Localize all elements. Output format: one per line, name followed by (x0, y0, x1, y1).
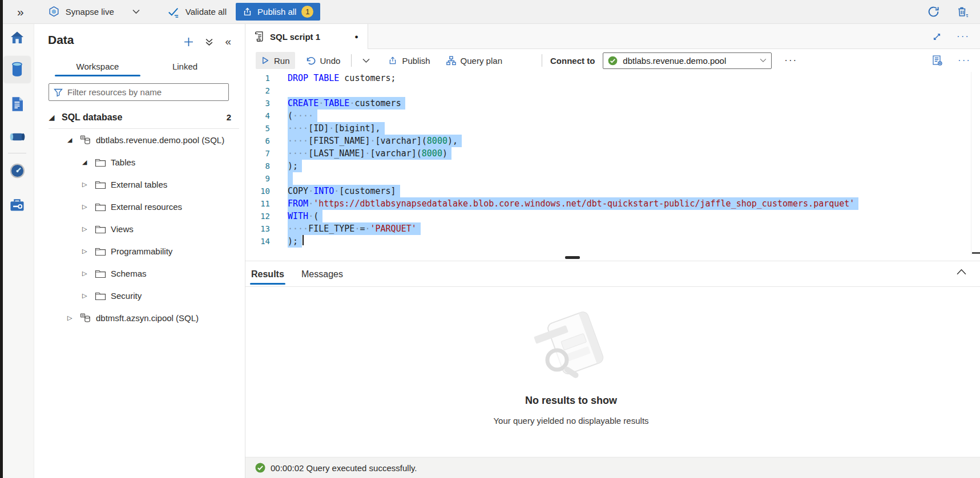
discard-all-button[interactable] (956, 5, 969, 18)
toolbar-more-button[interactable]: ··· (958, 55, 971, 66)
line-number: 11 (245, 197, 288, 210)
pool-icon (80, 135, 96, 145)
connection-name: dbtlabs.revenue.demo.pool (623, 56, 755, 66)
tree-item-dbtlabs-revenue-demo-pool-sql[interactable]: ◢dbtlabs.revenue.demo.pool (SQL) (34, 129, 245, 151)
code-line-12[interactable]: 12WITH·( (245, 210, 980, 222)
tab-messages[interactable]: Messages (301, 261, 343, 287)
collapse-caret-icon[interactable]: ◢ (67, 136, 80, 144)
collapse-caret-icon[interactable]: ◢ (82, 159, 95, 166)
line-number: 14 (245, 235, 288, 248)
code-line-4[interactable]: 4(···· (245, 110, 980, 122)
tree-item-tables[interactable]: ◢Tables (34, 151, 245, 173)
connect-more-button[interactable]: ··· (784, 55, 797, 66)
undo-button[interactable]: Undo (301, 52, 346, 69)
tab-more-button[interactable]: ··· (957, 31, 970, 42)
tree-item-label: Programmability (111, 246, 172, 256)
code-line-5[interactable]: 5····[ID]·[bigint], (245, 122, 980, 135)
collapse-all-icon[interactable] (205, 38, 213, 46)
refresh-button[interactable] (927, 5, 940, 18)
publish-button[interactable]: Publish (383, 52, 435, 69)
expand-caret-icon[interactable]: ▷ (82, 225, 95, 233)
tree-item-security[interactable]: ▷Security (34, 285, 245, 307)
code-line-13[interactable]: 13····FILE_TYPE·=·'PARQUET' (245, 222, 980, 235)
line-number: 2 (245, 84, 288, 97)
folder-icon (95, 202, 111, 212)
nav-home-icon[interactable] (4, 25, 30, 51)
success-check-icon (255, 463, 265, 473)
query-plan-button[interactable]: Query plan (441, 52, 507, 69)
expand-caret-icon[interactable]: ▷ (67, 314, 80, 322)
code-line-11[interactable]: 11FROM·'https://dbtlabsynapsedatalake.bl… (245, 197, 980, 210)
run-button[interactable]: Run (256, 52, 295, 69)
tab-linked[interactable]: Linked (151, 56, 219, 76)
expand-caret-icon[interactable]: ▷ (82, 203, 95, 210)
tree-item-views[interactable]: ▷Views (34, 218, 245, 240)
splitter-drag-handle[interactable] (565, 256, 580, 259)
code-line-1[interactable]: 1DROP TABLE customers; (245, 72, 980, 84)
expand-caret-icon[interactable]: ▷ (82, 270, 95, 277)
tab-sql-script-1[interactable]: SQL script 1 ● (245, 24, 368, 49)
line-number: 9 (245, 172, 288, 185)
rail-divider (8, 153, 26, 153)
tab-workspace[interactable]: Workspace (55, 56, 140, 76)
expand-caret-icon[interactable]: ▷ (82, 292, 95, 299)
nav-develop-icon[interactable] (4, 91, 30, 117)
results-splitter[interactable] (245, 255, 980, 261)
code-line-2[interactable]: 2 (245, 84, 980, 97)
code-text: ····[ID]·[bigint], (288, 122, 385, 135)
connection-dropdown[interactable]: dbtlabs.revenue.demo.pool (603, 52, 772, 69)
add-resource-button[interactable] (184, 37, 193, 47)
panel-title: Data (48, 33, 74, 47)
tree-item-schemas[interactable]: ▷Schemas (34, 262, 245, 285)
tree-item-label: Views (111, 224, 134, 234)
collapse-caret-icon[interactable]: ◢ (49, 114, 62, 121)
run-options-chevron[interactable] (357, 52, 375, 69)
tree-item-label: dbtlabs.revenue.demo.pool (SQL) (96, 135, 224, 145)
synapse-studio-app: » Synapse live Validate all Publish all … (0, 0, 980, 478)
tab-results[interactable]: Results (250, 261, 285, 287)
code-line-7[interactable]: 7····[LAST_NAME]·[varchar](8000) (245, 147, 980, 160)
tree-item-dbtmsft-azsyn-cipool-sql[interactable]: ▷dbtmsft.azsyn.cipool (SQL) (34, 307, 245, 329)
code-line-8[interactable]: 8); (245, 160, 980, 172)
cursor-position-mark (972, 252, 980, 254)
nav-monitor-icon[interactable] (4, 157, 30, 184)
code-line-14[interactable]: 14); (245, 235, 980, 248)
code-line-9[interactable]: 9 (245, 172, 980, 185)
line-number: 12 (245, 210, 288, 222)
tree-item-label: External resources (111, 202, 182, 212)
properties-icon[interactable] (931, 55, 943, 66)
expand-editor-icon[interactable] (932, 32, 942, 42)
code-line-6[interactable]: 6····[FIRST_NAME]·[varchar](8000), (245, 135, 980, 147)
tree-item-label: Tables (111, 157, 135, 167)
workspace-area: SQL script 1 ● ··· Run Undo (245, 24, 980, 478)
environment-selector[interactable]: Synapse live (48, 6, 140, 18)
filter-funnel-icon (54, 88, 63, 97)
sql-code-editor[interactable]: 1DROP TABLE customers;23CREATE·TABLE·cus… (245, 72, 980, 255)
tab-title: SQL script 1 (270, 32, 320, 42)
expand-menu-button[interactable]: » (17, 6, 24, 18)
validate-all-button[interactable]: Validate all (167, 6, 227, 18)
no-results-illustration (523, 311, 620, 384)
nav-integrate-icon[interactable] (4, 124, 30, 150)
expand-caret-icon[interactable]: ▷ (82, 248, 95, 255)
collapse-results-chevron[interactable] (957, 268, 966, 277)
collapse-panel-icon[interactable]: « (225, 35, 231, 48)
publish-all-button[interactable]: Publish all 1 (236, 3, 320, 21)
tree-item-external-resources[interactable]: ▷External resources (34, 196, 245, 218)
line-number: 4 (245, 110, 288, 122)
code-line-3[interactable]: 3CREATE·TABLE·customers (245, 97, 980, 110)
resource-tree: ◢SQL database2◢dbtlabs.revenue.demo.pool… (34, 106, 245, 329)
tree-item-external-tables[interactable]: ▷External tables (34, 173, 245, 196)
expand-caret-icon[interactable]: ▷ (82, 181, 95, 188)
code-line-10[interactable]: 10COPY·INTO·[customers] (245, 185, 980, 197)
tree-item-sql-database[interactable]: ◢SQL database2 (34, 106, 245, 128)
editor-overview-ruler[interactable] (971, 72, 980, 255)
data-panel-tabs: Workspace Linked (34, 56, 245, 76)
filter-resources-input[interactable] (67, 87, 224, 97)
item-count: 2 (227, 112, 231, 122)
nav-data-icon[interactable] (4, 56, 30, 83)
tree-item-programmability[interactable]: ▷Programmability (34, 240, 245, 262)
nav-manage-icon[interactable] (4, 192, 30, 218)
connect-to-label: Connect to (550, 56, 595, 66)
chevron-down-icon[interactable] (132, 9, 140, 14)
